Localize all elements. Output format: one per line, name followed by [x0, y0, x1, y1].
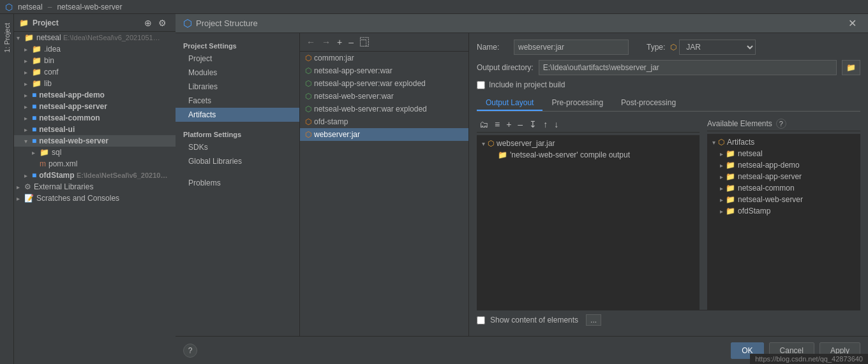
avail-item-ofdstamp-avail[interactable]: ▸ 📁 ofdStamp — [710, 205, 858, 217]
output-remove-btn[interactable]: – — [515, 119, 525, 130]
output-down-btn[interactable]: ↓ — [551, 119, 561, 130]
tree-item-scratches[interactable]: ▸ 📝 Scratches and Consoles — [14, 193, 189, 204]
avail-arrow-netseal: ▸ — [720, 150, 723, 157]
nav-item-facets[interactable]: Facets — [176, 94, 299, 108]
tree-item-app-demo[interactable]: ▸ ■ netseal-app-demo — [14, 89, 189, 101]
avail-item-netseal[interactable]: ▸ 📁 netseal — [710, 148, 858, 159]
output-add-btn[interactable]: + — [504, 119, 514, 130]
artifacts-list: ⬡ common:jar ⬡ netseal-app-server:war ⬡ … — [300, 52, 468, 336]
output-folder-btn[interactable]: 🗂 — [477, 119, 491, 130]
folder-icon-compile: 📁 — [498, 150, 507, 159]
include-in-build-row: Include in project build — [477, 80, 860, 89]
artifact-item-app-server-war[interactable]: ⬡ netseal-app-server:war — [300, 64, 468, 77]
tree-item-conf[interactable]: ▸ 📁 conf — [14, 66, 189, 78]
artifact-remove-btn[interactable]: – — [346, 36, 356, 48]
jar-type-icon: ⬡ — [670, 43, 677, 52]
output-dir-browse-btn[interactable]: 📁 — [842, 60, 860, 75]
output-dir-input[interactable] — [539, 60, 837, 75]
nav-item-sdks[interactable]: SDKs — [176, 140, 299, 154]
label-common: netseal-common — [39, 113, 100, 122]
tab-post-processing[interactable]: Post-processing — [612, 96, 685, 111]
name-row: Name: Type: ⬡ JAR — [477, 40, 860, 55]
type-select[interactable]: JAR — [679, 40, 756, 55]
dialog-help-btn[interactable]: ? — [183, 344, 197, 358]
output-extract-btn[interactable]: ↧ — [527, 119, 539, 130]
artifact-item-common-jar[interactable]: ⬡ common:jar — [300, 52, 468, 64]
tree-item-netseal[interactable]: ▾ 📁 netseal E:\Idea\NetSeal\v6_2021051… — [14, 32, 189, 43]
artifact-item-ofd-stamp[interactable]: ⬡ ofd-stamp — [300, 115, 468, 128]
dialog-body: Project Settings Project Modules Librari… — [176, 33, 868, 336]
project-tab-label[interactable]: 1: Project — [1, 19, 13, 56]
include-in-build-checkbox[interactable] — [477, 81, 485, 89]
tree-item-app-server[interactable]: ▸ ■ netseal-app-server — [14, 101, 189, 112]
artifact-label-common-jar: common:jar — [314, 54, 354, 62]
show-content-checkbox[interactable] — [477, 316, 485, 324]
tree-item-web-server[interactable]: ▾ ■ netseal-web-server — [14, 135, 189, 147]
artifact-copy-btn[interactable]: ⿹ — [357, 36, 371, 48]
output-tree-compile[interactable]: ▾ 📁 'netseal-web-server' compile output — [479, 149, 697, 161]
dialog-close-btn[interactable]: ✕ — [844, 16, 860, 31]
nav-item-project[interactable]: Project — [176, 52, 299, 66]
output-up-btn[interactable]: ↑ — [541, 119, 550, 130]
avail-item-app-demo[interactable]: ▸ 📁 netseal-app-demo — [710, 159, 858, 171]
sidebar-add-btn[interactable]: ⊕ — [142, 17, 154, 29]
avail-netseal-icon: 📁 — [726, 149, 735, 158]
nav-item-problems[interactable]: Problems — [176, 176, 299, 190]
tree-item-common[interactable]: ▸ ■ netseal-common — [14, 112, 189, 124]
tree-item-ofdstamp[interactable]: ▸ ■ ofdStamp E:\Idea\NetSeal\v6_20210… — [14, 170, 189, 181]
avail-arrow-app-demo: ▸ — [720, 162, 723, 169]
artifact-item-web-server-war[interactable]: ⬡ netseal-web-server:war — [300, 90, 468, 103]
tree-item-bin[interactable]: ▸ 📁 bin — [14, 55, 189, 66]
tree-item-lib[interactable]: ▸ 📁 lib — [14, 78, 189, 89]
nav-item-libraries[interactable]: Libraries — [176, 80, 299, 94]
nav-item-modules[interactable]: Modules — [176, 66, 299, 80]
output-dir-label: Output directory: — [477, 63, 534, 72]
avail-item-artifacts[interactable]: ▾ ⬡ Artifacts — [710, 136, 858, 148]
artifact-add-btn[interactable]: + — [334, 36, 345, 48]
folder-icon-bin: 📁 — [32, 56, 41, 65]
available-help-icon[interactable]: ? — [776, 119, 786, 129]
label-scratches: Scratches and Consoles — [36, 194, 119, 203]
artifact-label-webserver-jar: webserver:jar — [314, 130, 360, 139]
war-exploded-icon-app-server: ⬡ — [305, 79, 311, 88]
artifact-forward-btn[interactable]: → — [319, 36, 333, 48]
dialog-icon: ⬡ — [183, 17, 192, 29]
nav-item-artifacts[interactable]: Artifacts — [176, 108, 299, 122]
tab-pre-processing[interactable]: Pre-processing — [542, 96, 612, 111]
artifact-item-web-server-war-exploded[interactable]: ⬡ netseal-web-server:war exploded — [300, 103, 468, 115]
sidebar-settings-btn[interactable]: ⚙ — [156, 17, 168, 29]
avail-app-server-label: netseal-app-server — [738, 172, 802, 181]
avail-item-web-server-avail[interactable]: ▸ 📁 netseal-web-server — [710, 194, 858, 205]
arrow-ui: ▸ — [24, 126, 32, 133]
tree-item-pom[interactable]: ▸ m pom.xml — [14, 158, 189, 170]
available-elements-panel: Available Elements ? ▾ ⬡ Artifacts ▸ — [707, 117, 860, 310]
label-pom: pom.xml — [49, 159, 77, 168]
avail-common-icon: 📁 — [726, 184, 735, 193]
artifact-item-webserver-jar[interactable]: ⬡ webserver:jar — [300, 128, 468, 141]
tree-item-idea[interactable]: ▸ 📁 .idea — [14, 43, 189, 55]
avail-web-server-icon: 📁 — [726, 195, 735, 204]
platform-settings-title: Platform Settings — [176, 127, 299, 140]
arrow-app-server: ▸ — [24, 103, 32, 110]
config-tab-row: Output Layout Pre-processing Post-proces… — [477, 96, 860, 112]
label-app-demo: netseal-app-demo — [39, 91, 105, 99]
avail-item-app-server-avail[interactable]: ▸ 📁 netseal-app-server — [710, 171, 858, 182]
output-list-btn[interactable]: ≡ — [492, 119, 502, 130]
avail-item-common-avail[interactable]: ▸ 📁 netseal-common — [710, 182, 858, 194]
avail-arrow-artifacts: ▾ — [712, 139, 715, 146]
tree-item-ext-libs[interactable]: ▸ ⚙ External Libraries — [14, 181, 189, 193]
artifact-back-btn[interactable]: ← — [304, 36, 318, 48]
artifact-item-app-server-war-exploded[interactable]: ⬡ netseal-app-server:war exploded — [300, 77, 468, 90]
tree-item-sql[interactable]: ▸ 📁 sql — [14, 147, 189, 158]
tree-item-ui[interactable]: ▸ ■ netseal-ui — [14, 124, 189, 135]
output-tree-root[interactable]: ▾ ⬡ webserver_jar.jar — [479, 138, 697, 149]
name-input[interactable] — [514, 40, 629, 55]
arrow-app-demo: ▸ — [24, 92, 32, 99]
dots-btn[interactable]: ... — [586, 314, 601, 326]
nav-item-global-libs[interactable]: Global Libraries — [176, 154, 299, 168]
tab-output-layout[interactable]: Output Layout — [477, 96, 542, 111]
label-conf: conf — [44, 68, 59, 76]
dialog-title: ⬡ Project Structure — [183, 17, 844, 29]
artifacts-list-panel: ← → + – ⿹ ⬡ common:jar ⬡ netseal-app-ser… — [300, 33, 469, 336]
label-sql: sql — [52, 148, 61, 157]
